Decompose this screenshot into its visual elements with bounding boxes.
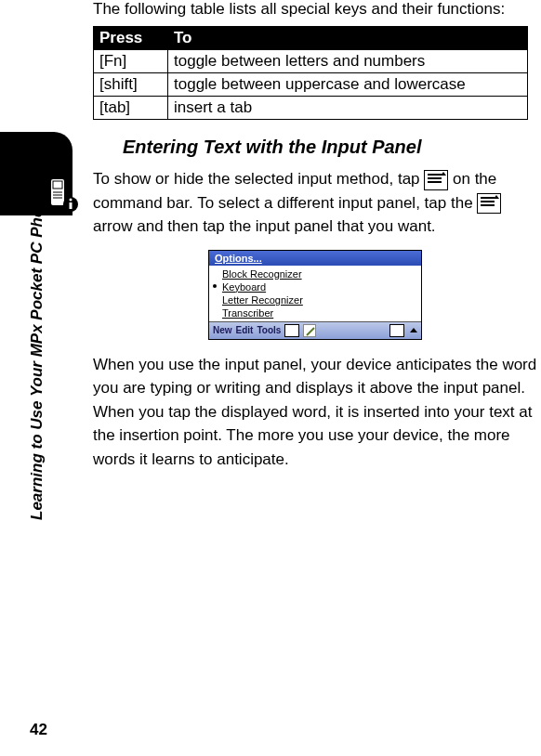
cell-to: toggle between letters and numbers bbox=[168, 50, 528, 73]
input-panel-arrow-icon bbox=[477, 193, 501, 214]
section-label: Learning to Use Your MPx Pocket PC Phone bbox=[28, 189, 46, 520]
cell-press: [shift] bbox=[94, 73, 168, 97]
info-phone-icon bbox=[43, 176, 80, 214]
intro-text: The following table lists all special ke… bbox=[93, 0, 537, 19]
special-keys-table: Press To [Fn] toggle between letters and… bbox=[93, 26, 528, 120]
paragraph-2: When you use the input panel, your devic… bbox=[93, 353, 537, 472]
panel-item-block: Block Recognizer bbox=[209, 267, 421, 280]
header-press: Press bbox=[94, 27, 168, 50]
up-caret-icon bbox=[410, 328, 417, 332]
pen-icon bbox=[303, 324, 316, 337]
content-area: The following table lists all special ke… bbox=[93, 0, 541, 471]
bar-tools: Tools bbox=[257, 325, 281, 335]
cell-to: insert a tab bbox=[168, 97, 528, 120]
panel-menu: Block Recognizer Keyboard Letter Recogni… bbox=[209, 266, 421, 321]
cell-to: toggle between uppercase and lowercase bbox=[168, 73, 528, 97]
svg-line-9 bbox=[307, 328, 314, 335]
paragraph-1: To show or hide the selected input metho… bbox=[93, 167, 537, 239]
page-number: 42 bbox=[30, 721, 47, 739]
table-row: [shift] toggle between uppercase and low… bbox=[94, 73, 528, 97]
keyboard-small-icon bbox=[389, 324, 404, 337]
svg-rect-8 bbox=[70, 202, 73, 209]
bar-edit: Edit bbox=[236, 325, 254, 335]
panel-item-transcriber: Transcriber bbox=[209, 306, 421, 319]
bar-new: New bbox=[213, 325, 232, 335]
table-header-row: Press To bbox=[94, 27, 528, 50]
header-to: To bbox=[168, 27, 528, 50]
input-panel-screenshot: Options... Block Recognizer Keyboard Let… bbox=[208, 250, 422, 340]
panel-options: Options... bbox=[209, 251, 421, 266]
cell-press: [tab] bbox=[94, 97, 168, 120]
panel-item-letter: Letter Recognizer bbox=[209, 293, 421, 306]
section-heading: Entering Text with the Input Panel bbox=[123, 137, 537, 158]
command-bar: New Edit Tools bbox=[209, 321, 421, 339]
text-segment: To show or hide the selected input metho… bbox=[93, 170, 424, 188]
svg-point-7 bbox=[70, 199, 73, 202]
keyboard-small-icon bbox=[284, 324, 299, 337]
panel-item-keyboard: Keyboard bbox=[209, 280, 421, 293]
cell-press: [Fn] bbox=[94, 50, 168, 73]
text-segment: arrow and then tap the input panel that … bbox=[93, 217, 436, 235]
table-row: [tab] insert a tab bbox=[94, 97, 528, 120]
input-panel-icon bbox=[424, 170, 448, 190]
page: Learning to Use Your MPx Pocket PC Phone… bbox=[0, 0, 541, 756]
table-row: [Fn] toggle between letters and numbers bbox=[94, 50, 528, 73]
